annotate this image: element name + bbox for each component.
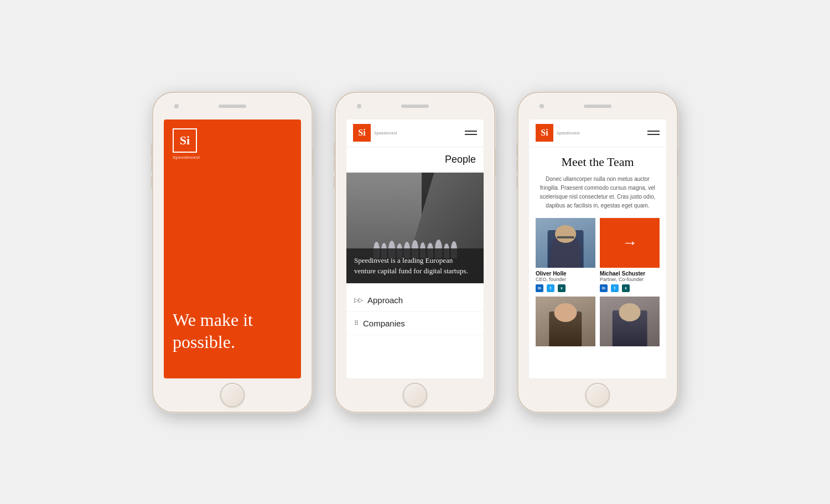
brand-label-2: Speedinvest: [374, 131, 397, 135]
nav-screen: Si Speedinvest People: [346, 119, 484, 378]
logo-text-3: Si: [541, 128, 548, 138]
michael-xing[interactable]: x: [622, 284, 630, 292]
michael-name: Michael Schuster: [600, 271, 660, 277]
nav-logo-area: Si Speedinvest: [353, 124, 397, 142]
person3-photo: [536, 297, 595, 346]
splash-screen: Si Speedinvest We make it possible.: [164, 119, 301, 378]
hamburger-line-1: [465, 131, 477, 132]
michael-photo[interactable]: →: [600, 218, 660, 268]
hero-tagline: We make it possible.: [173, 309, 292, 370]
nav-links: ▷▷ Approach ⠿ Companies: [346, 283, 484, 341]
team-card-4: [600, 297, 660, 346]
home-button-1[interactable]: [220, 383, 245, 407]
team-screen: Si Speedinvest Meet the Team Donec ullam…: [529, 119, 666, 378]
vol-down-button: [151, 176, 153, 188]
team-grid: Oliver Holle CEO, founder in t x →: [536, 218, 660, 346]
oliver-social: in t x: [536, 284, 595, 292]
logo-text-2: Si: [358, 128, 365, 138]
michael-twitter[interactable]: t: [611, 284, 619, 292]
team-photo-overlay: Speedinvest is a leading European ventur…: [346, 248, 484, 283]
nav-header: Si Speedinvest: [346, 119, 484, 147]
michael-role: Partner, Co-founder: [600, 277, 660, 282]
michael-social: in t x: [600, 284, 660, 292]
phone-screen-1: Si Speedinvest We make it possible.: [164, 119, 301, 378]
team-header: Si Speedinvest: [529, 119, 666, 147]
phone-1: Si Speedinvest We make it possible.: [152, 92, 313, 413]
hamburger-menu-3[interactable]: [647, 131, 660, 135]
oliver-name: Oliver Holle: [536, 271, 595, 277]
phone-top-2: [336, 93, 494, 119]
team-card-3: [536, 297, 595, 346]
phone-screen-2: Si Speedinvest People: [346, 119, 484, 378]
front-camera-2: [357, 104, 361, 108]
si-logo-1: Si: [173, 128, 197, 153]
phones-container: Si Speedinvest We make it possible.: [152, 92, 678, 413]
speaker-1: [219, 105, 246, 108]
vol-up-button-2: [334, 159, 335, 172]
team-card-oliver: Oliver Holle CEO, founder in t x: [536, 218, 595, 292]
front-camera-1: [174, 104, 179, 108]
companies-label: Companies: [363, 319, 405, 328]
phone-bottom-2: [403, 378, 427, 412]
nav-menu-content: People: [346, 147, 484, 378]
brand-label-1: Speedinvest: [173, 155, 292, 160]
home-button-3[interactable]: [585, 383, 610, 407]
oliver-role: CEO, founder: [536, 277, 595, 282]
home-button-2[interactable]: [403, 383, 427, 407]
front-camera-3: [540, 104, 544, 108]
approach-label: Approach: [367, 295, 403, 305]
phone-screen-3: Si Speedinvest Meet the Team Donec ullam…: [529, 119, 666, 378]
team-content: Meet the Team Donec ullamcorper nulla no…: [529, 147, 666, 378]
si-logo-3[interactable]: Si: [536, 124, 553, 142]
team-photo-area: Speedinvest is a leading European ventur…: [346, 173, 484, 283]
arrow-right-icon: →: [622, 234, 637, 252]
vol-up-button-3: [516, 159, 518, 172]
hamburger-menu[interactable]: [465, 131, 477, 135]
meet-team-title: Meet the Team: [536, 155, 660, 169]
nav-item-people[interactable]: People: [346, 147, 484, 173]
nav-link-companies[interactable]: ⠿ Companies: [346, 312, 484, 335]
speaker-2: [401, 105, 429, 108]
logo-text-1: Si: [180, 134, 190, 147]
oliver-photo: [536, 218, 595, 268]
phone-bottom-1: [220, 378, 245, 412]
vol-down-button-2: [334, 176, 335, 188]
team-description: Speedinvest is a leading European ventur…: [354, 255, 476, 277]
vol-down-button-3: [516, 176, 518, 188]
phone-bottom-3: [585, 378, 610, 412]
hamburger-line-3a: [647, 131, 660, 132]
oliver-twitter[interactable]: t: [547, 284, 554, 292]
team-description-text: Donec ullamcorper nulla non metus auctor…: [536, 175, 660, 210]
team-card-michael: → Michael Schuster Partner, Co-founder i…: [600, 218, 660, 292]
phone-top-1: [153, 93, 312, 119]
vol-up-button: [151, 159, 153, 172]
companies-icon: ⠿: [354, 320, 359, 327]
phone-top-3: [518, 93, 677, 119]
brand-label-3: Speedinvest: [557, 131, 580, 135]
person4-photo: [600, 297, 660, 346]
nav-link-approach[interactable]: ▷▷ Approach: [346, 289, 484, 312]
approach-icon: ▷▷: [354, 297, 363, 304]
oliver-linkedin[interactable]: in: [536, 284, 543, 292]
michael-linkedin[interactable]: in: [600, 284, 608, 292]
phone-3: Si Speedinvest Meet the Team Donec ullam…: [517, 92, 678, 413]
speaker-3: [584, 105, 611, 108]
si-logo-2[interactable]: Si: [353, 124, 371, 142]
oliver-xing[interactable]: x: [558, 284, 566, 292]
hamburger-line-3b: [647, 134, 660, 135]
hamburger-line-2: [465, 134, 477, 135]
phone-2: Si Speedinvest People: [335, 92, 495, 413]
team-logo-area: Si Speedinvest: [536, 124, 580, 142]
